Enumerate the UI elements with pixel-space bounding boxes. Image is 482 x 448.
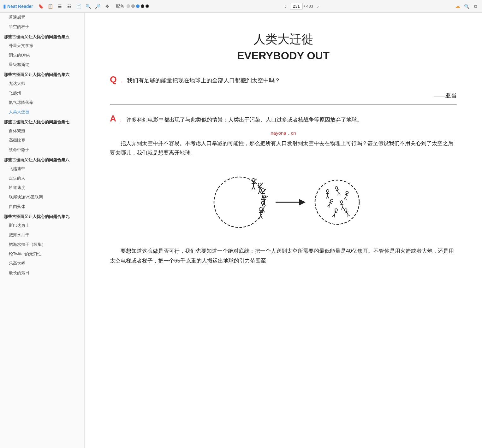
author-line: ——亚当 xyxy=(110,92,457,99)
sidebar-item-自体繁殖[interactable]: 自体繁殖 xyxy=(0,126,84,136)
sidebar-item-轨道速度[interactable]: 轨道速度 xyxy=(0,183,84,192)
bookmark-icon[interactable]: 🔖 xyxy=(38,3,45,10)
sidebar-header-7: 那些古怪而又让人忧心的问题合集七 xyxy=(0,117,84,126)
menu-icon[interactable]: ☰ xyxy=(57,3,63,10)
body-para-1: 把人弄到太空中并不容易。不考虑人口暴减的可能性，那么把所有人口发射到太空中去在物… xyxy=(110,139,457,158)
sidebar-item-斯巴达勇士[interactable]: 斯巴达勇士 xyxy=(0,221,84,230)
question-dot: ． xyxy=(119,77,124,84)
answer-text: 许多科幻电影中都出现了与此类似的情景：人类出于污染、人口过多或者核战争等原因放弃… xyxy=(126,117,362,123)
chapter-title: 人类大迁徙 xyxy=(110,32,457,47)
search-icon[interactable]: 🔍 xyxy=(463,3,470,10)
content-area: 人类大迁徙 EVERYBODY OUT Q．我们有足够的能量把现在地球上的全部人… xyxy=(85,13,482,448)
sidebar-item-把海水抽干[interactable]: 把海水抽干 xyxy=(0,230,84,240)
sidebar-item-消失的DNA[interactable]: 消失的DNA xyxy=(0,50,84,60)
illustration xyxy=(110,168,457,237)
copy-icon[interactable]: 📋 xyxy=(47,3,54,10)
grid-icon[interactable]: ☷ xyxy=(66,3,73,10)
answer-block: A．许多科幻电影中都出现了与此类似的情景：人类出于污染、人口过多或者核战争等原因… xyxy=(110,114,457,125)
toolbar-right: ☁ 🔍 ⧉ xyxy=(454,3,479,10)
prev-page-button[interactable]: ‹ xyxy=(282,3,289,10)
illustration-svg xyxy=(192,168,375,237)
sidebar-item-半空的杯子[interactable]: 半空的杯子 xyxy=(0,22,84,32)
color-dot-2[interactable] xyxy=(131,4,135,8)
color-label: 配色 xyxy=(116,3,124,9)
next-page-button[interactable]: › xyxy=(314,3,321,10)
sidebar-item-把海水抽干续集[interactable]: 把海水抽干（续集） xyxy=(0,240,84,249)
page-total: 433 xyxy=(306,4,313,9)
sidebar-item-星级塞斯纳[interactable]: 星级塞斯纳 xyxy=(0,60,84,69)
sidebar-header-5: 那些古怪而又让人忧心的问题合集五 xyxy=(0,32,84,41)
question-block: Q．我们有足够的能量把现在地球上的全部人口都搬到太空中吗？ xyxy=(110,74,457,85)
toolbar: ▮ Neat Reader 🔖 📋 ☰ ☷ 📄 🔍 🔎 ✥ 配色 ‹ / 433… xyxy=(0,0,482,13)
question-text: 我们有足够的能量把现在地球上的全部人口都搬到太空中吗？ xyxy=(127,77,280,84)
bottom-para: 要想知道这么做是否可行，我们先要知道一个绝对底线：把一个人送到太空所需要的最低能… xyxy=(110,246,457,266)
svg-marker-36 xyxy=(299,199,306,205)
question-letter: Q xyxy=(110,74,117,84)
page-navigation: ‹ / 433 › xyxy=(282,3,321,10)
color-dot-5[interactable] xyxy=(146,4,149,8)
sidebar-item-最长的落日[interactable]: 最长的落日 xyxy=(0,268,84,278)
sidebar-header-9: 那些古怪而又让人忧心的问题合集九 xyxy=(0,211,84,221)
app-brand: ▮ Neat Reader xyxy=(3,3,33,9)
sidebar-item-走失的人[interactable]: 走失的人 xyxy=(0,174,84,183)
sidebar-item-致命中微子[interactable]: 致命中微子 xyxy=(0,145,84,155)
sidebar-item-人类大迁徙[interactable]: 人类大迁徙 xyxy=(0,107,84,117)
page-icon[interactable]: 📄 xyxy=(75,3,82,10)
sidebar-item-论Twitter的无穷性[interactable]: 论Twitter的无穷性 xyxy=(0,249,84,259)
sidebar-item-普通感冒[interactable]: 普通感冒 xyxy=(0,13,84,22)
sidebar-header-6: 那些古怪而又让人忧心的问题合集六 xyxy=(0,69,84,79)
fit-icon[interactable]: ✥ xyxy=(104,3,111,10)
color-dot-3[interactable] xyxy=(136,4,140,8)
svg-point-0 xyxy=(214,177,265,227)
answer-letter: A xyxy=(110,114,116,123)
chapter-subtitle: EVERYBODY OUT xyxy=(110,50,457,62)
sidebar-item-乐高大桥[interactable]: 乐高大桥 xyxy=(0,259,84,268)
color-dot-1[interactable] xyxy=(127,4,130,8)
sidebar-item-氦气球降落伞[interactable]: 氦气球降落伞 xyxy=(0,98,84,107)
page-separator: / xyxy=(304,4,305,9)
sidebar-item-联邦快递VS互联网[interactable]: 联邦快递VS互联网 xyxy=(0,192,84,202)
app-logo-icon: ▮ xyxy=(3,3,6,9)
color-dot-4[interactable] xyxy=(141,4,144,8)
svg-line-34 xyxy=(261,215,262,219)
sidebar: 普通感冒 半空的杯子 那些古怪而又让人忧心的问题合集五 外星天文学家 消失的DN… xyxy=(0,13,85,448)
sidebar-item-外星天文学家[interactable]: 外星天文学家 xyxy=(0,41,84,50)
sidebar-header-8: 那些古怪而又让人忧心的问题合集八 xyxy=(0,155,84,164)
svg-line-24 xyxy=(264,197,268,198)
divider xyxy=(110,104,457,105)
zoom-out-icon[interactable]: 🔍 xyxy=(85,3,92,10)
fullscreen-icon[interactable]: ⧉ xyxy=(472,3,479,10)
color-dots xyxy=(127,4,149,8)
sidebar-item-高掷比赛[interactable]: 高掷比赛 xyxy=(0,136,84,145)
sidebar-item-自由落体[interactable]: 自由落体 xyxy=(0,202,84,211)
sidebar-item-飞越速带[interactable]: 飞越速带 xyxy=(0,164,84,174)
watermark: nayona．cn xyxy=(110,130,457,136)
main-layout: 普通感冒 半空的杯子 那些古怪而又让人忧心的问题合集五 外星天文学家 消失的DN… xyxy=(0,0,482,448)
sidebar-item-尤达大师[interactable]: 尤达大师 xyxy=(0,79,84,88)
sidebar-item-飞越州[interactable]: 飞越州 xyxy=(0,88,84,98)
zoom-in-icon[interactable]: 🔎 xyxy=(94,3,101,10)
answer-dot: ． xyxy=(118,116,124,123)
page-input[interactable] xyxy=(290,3,303,10)
cloud-icon[interactable]: ☁ xyxy=(454,3,461,10)
app-title: Neat Reader xyxy=(7,4,33,9)
